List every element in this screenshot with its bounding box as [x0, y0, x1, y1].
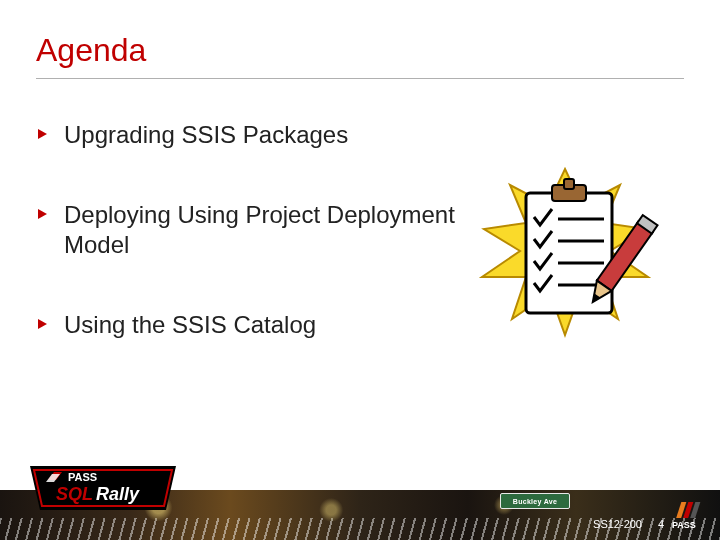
svg-text:Rally: Rally [96, 484, 140, 504]
svg-text:PASS: PASS [68, 471, 97, 483]
list-item: Deploying Using Project Deployment Model [36, 200, 456, 260]
bullet-icon [36, 317, 50, 335]
checklist-clipart-icon [470, 165, 660, 340]
page-number: 4 [658, 518, 664, 530]
road-sign: Buckley Ave [500, 493, 570, 509]
bullet-text: Using the SSIS Catalog [64, 310, 316, 340]
svg-marker-1 [38, 209, 47, 219]
bullet-text: Deploying Using Project Deployment Model [64, 200, 456, 260]
slide-title: Agenda [36, 32, 146, 69]
svg-text:PASS: PASS [672, 520, 696, 530]
slide-footer: Buckley Ave PASS SQL Rally SS12-200 4 [0, 455, 720, 540]
svg-marker-0 [38, 129, 47, 139]
svg-rect-6 [564, 179, 574, 189]
title-underline [36, 78, 684, 79]
slide: Agenda Upgrading SSIS Packages Deploying… [0, 0, 720, 540]
svg-text:SQL: SQL [56, 484, 93, 504]
sqlrally-logo: PASS SQL Rally [28, 460, 178, 520]
bullet-text: Upgrading SSIS Packages [64, 120, 348, 150]
list-item: Upgrading SSIS Packages [36, 120, 456, 150]
bullet-icon [36, 207, 50, 225]
session-code: SS12-200 [593, 518, 642, 530]
bullet-icon [36, 127, 50, 145]
pass-logo: PASS [668, 500, 710, 534]
svg-marker-2 [38, 319, 47, 329]
bullet-list: Upgrading SSIS Packages Deploying Using … [36, 120, 456, 390]
list-item: Using the SSIS Catalog [36, 310, 456, 340]
